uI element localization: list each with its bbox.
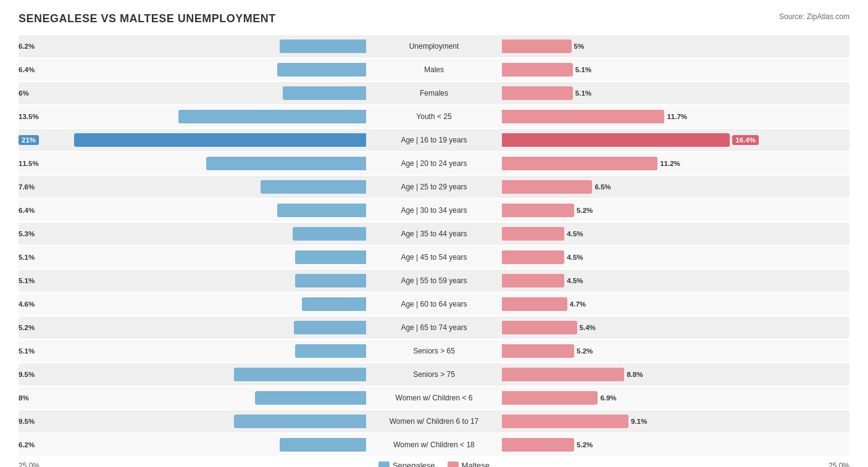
bar-maltese <box>502 110 664 123</box>
val-senegalese: 9.5% <box>19 371 35 378</box>
val-senegalese: 6.2% <box>19 441 35 448</box>
right-area: 11.2% <box>502 152 849 175</box>
bar-maltese <box>502 391 598 405</box>
left-area: 13.5% <box>19 105 366 128</box>
right-area: 6.9% <box>502 387 849 409</box>
bar-label: Age | 20 to 24 years <box>366 159 502 168</box>
left-area: 11.5% <box>19 152 366 175</box>
right-area: 9.1% <box>502 410 849 432</box>
bar-row: 8% Women w/ Children < 6 6.9% <box>19 387 849 409</box>
bar-maltese <box>502 250 564 264</box>
left-area: 6.2% <box>19 35 366 57</box>
left-area: 7.6% <box>19 176 366 198</box>
bar-maltese <box>502 415 628 428</box>
right-area: 5.1% <box>502 59 849 81</box>
right-area: 11.7% <box>502 105 849 128</box>
left-area: 5.1% <box>19 270 366 292</box>
val-senegalese: 13.5% <box>19 113 39 120</box>
left-area: 9.5% <box>19 363 366 386</box>
bar-maltese <box>502 157 657 170</box>
bar-row: 5.1% Age | 45 to 54 years 4.5% <box>19 246 849 268</box>
right-area: 4.5% <box>502 223 849 245</box>
left-area: 6.4% <box>19 199 366 221</box>
val-senegalese: 5.3% <box>19 230 35 238</box>
val-senegalese: 4.6% <box>19 300 35 308</box>
val-senegalese: 8% <box>19 394 29 402</box>
bar-row: 11.5% Age | 20 to 24 years 11.2% <box>19 152 849 175</box>
row-inner: 9.5% Women w/ Children 6 to 17 9.1% <box>19 410 849 432</box>
bar-label: Seniors > 75 <box>366 370 502 379</box>
val-maltese: 5.2% <box>577 207 593 214</box>
right-area: 5.2% <box>502 340 849 362</box>
right-area: 4.5% <box>502 270 849 292</box>
left-area: 6.4% <box>19 59 366 81</box>
bar-maltese <box>502 86 573 100</box>
bar-maltese <box>502 204 574 217</box>
row-inner: 13.5% Youth < 25 11.7% <box>19 105 849 128</box>
bar-maltese <box>502 227 564 241</box>
left-area: 5.2% <box>19 316 366 339</box>
bar-row: 13.5% Youth < 25 11.7% <box>19 105 849 128</box>
bar-row: 9.5% Women w/ Children 6 to 17 9.1% <box>19 410 849 432</box>
bar-row: 6.4% Males 5.1% <box>19 59 849 81</box>
axis-label-right: 25.0% <box>828 461 849 468</box>
right-area: 8.8% <box>502 363 849 386</box>
row-inner: 5.3% Age | 35 to 44 years 4.5% <box>19 223 849 245</box>
bar-label: Women w/ Children < 18 <box>366 440 502 449</box>
legend-label-senegalese: Senegalese <box>393 461 435 467</box>
bar-row: 4.6% Age | 60 to 64 years 4.7% <box>19 293 849 315</box>
right-area: 4.7% <box>502 293 849 315</box>
legend: Senegalese Maltese <box>40 461 828 467</box>
left-area: 5.1% <box>19 340 366 362</box>
val-maltese: 4.7% <box>570 300 586 308</box>
bar-maltese <box>502 438 574 452</box>
axis-label-left: 25.0% <box>19 461 40 468</box>
val-maltese: 6.5% <box>595 183 611 191</box>
left-area: 6% <box>19 82 366 104</box>
bar-senegalese <box>206 157 366 170</box>
chart-footer: 25.0% Senegalese Maltese 25.0% <box>19 461 849 467</box>
right-area: 5.2% <box>502 434 849 456</box>
val-senegalese: 21% <box>19 135 39 145</box>
val-senegalese: 5.1% <box>19 277 35 284</box>
chart-body: 6.2% Unemployment 5% 6.4% Males 5.1% <box>19 35 849 456</box>
row-inner: 5.2% Age | 65 to 74 years 5.4% <box>19 316 849 339</box>
row-inner: 7.6% Age | 25 to 29 years 6.5% <box>19 176 849 198</box>
bar-row: 5.2% Age | 65 to 74 years 5.4% <box>19 316 849 339</box>
bar-row: 9.5% Seniors > 75 8.8% <box>19 363 849 386</box>
val-senegalese: 5.2% <box>19 324 35 331</box>
row-inner: 6.4% Males 5.1% <box>19 59 849 81</box>
bar-row: 5.1% Seniors > 65 5.2% <box>19 340 849 362</box>
bar-senegalese <box>302 297 366 311</box>
legend-item-maltese: Maltese <box>448 461 490 467</box>
left-area: 5.3% <box>19 223 366 245</box>
bar-senegalese <box>293 227 366 241</box>
bar-senegalese <box>234 368 366 381</box>
val-maltese: 4.5% <box>567 254 583 261</box>
val-maltese: 5.1% <box>575 66 591 73</box>
val-senegalese: 7.6% <box>19 183 35 191</box>
right-area: 6.5% <box>502 176 849 198</box>
bar-row: 5.1% Age | 55 to 59 years 4.5% <box>19 270 849 292</box>
bar-label: Age | 35 to 44 years <box>366 229 502 238</box>
bar-label: Age | 16 to 19 years <box>366 136 502 144</box>
legend-item-senegalese: Senegalese <box>378 461 435 467</box>
row-inner: 9.5% Seniors > 75 8.8% <box>19 363 849 386</box>
bar-maltese <box>502 180 592 194</box>
val-maltese: 4.5% <box>567 277 583 284</box>
row-inner: 8% Women w/ Children < 6 6.9% <box>19 387 849 409</box>
bar-label: Age | 30 to 34 years <box>366 206 502 215</box>
row-inner: 6.4% Age | 30 to 34 years 5.2% <box>19 199 849 221</box>
val-senegalese: 5.1% <box>19 254 35 261</box>
val-senegalese: 6.4% <box>19 66 35 73</box>
val-maltese: 5% <box>574 43 585 50</box>
bar-label: Unemployment <box>366 42 502 51</box>
right-area: 5.2% <box>502 199 849 221</box>
bar-label: Females <box>366 89 502 97</box>
bar-row: 5.3% Age | 35 to 44 years 4.5% <box>19 223 849 245</box>
bar-maltese <box>502 39 572 53</box>
val-senegalese: 6% <box>19 89 29 97</box>
val-maltese: 5.2% <box>577 347 593 355</box>
bar-label: Age | 65 to 74 years <box>366 323 502 332</box>
chart-container: SENEGALESE VS MALTESE UNEMPLOYMENT Sourc… <box>0 0 868 467</box>
